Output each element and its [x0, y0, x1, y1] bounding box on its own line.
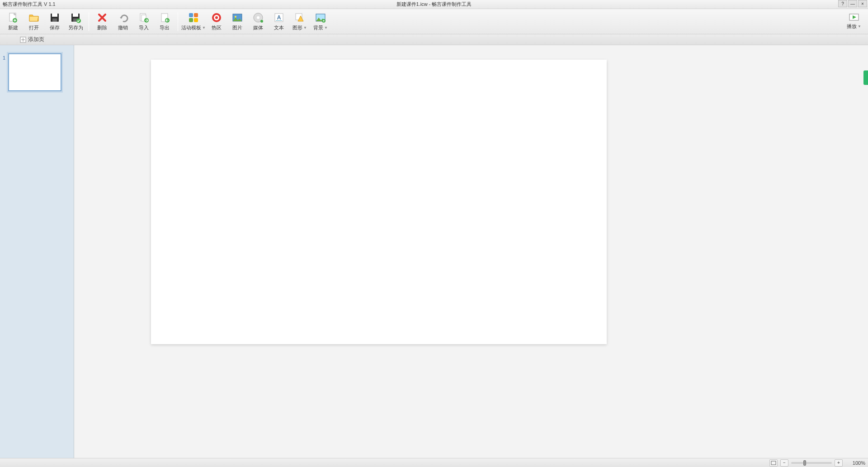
hotspot-button[interactable]: 热区 — [206, 10, 227, 33]
media-icon — [252, 12, 264, 23]
svg-rect-15 — [194, 13, 198, 17]
svg-rect-16 — [189, 18, 193, 22]
export-label: 导出 — [160, 24, 170, 31]
zoom-out-button[interactable]: − — [780, 459, 788, 467]
minimize-button[interactable]: — — [848, 0, 857, 7]
zoom-slider[interactable] — [791, 462, 832, 464]
play-icon — [849, 13, 859, 23]
svg-rect-14 — [189, 13, 193, 17]
undo-icon — [117, 12, 129, 23]
fit-view-button[interactable] — [769, 459, 778, 467]
background-icon — [315, 12, 326, 23]
svg-point-25 — [260, 20, 263, 23]
save-label: 保存 — [50, 24, 60, 31]
statusbar: − + 100% — [0, 458, 868, 467]
shape-label: 图形 — [292, 24, 302, 31]
svg-text:A: A — [277, 14, 281, 21]
zoom-slider-handle[interactable] — [803, 460, 806, 466]
toolbar-separator — [178, 12, 178, 31]
new-label: 新建 — [8, 24, 18, 31]
shape-icon — [294, 12, 306, 23]
open-button[interactable]: 打开 — [24, 10, 44, 33]
slide-panel[interactable]: 1 — [0, 45, 74, 458]
window-controls: ? — × — [838, 0, 867, 7]
text-icon: A — [273, 12, 285, 23]
svg-point-20 — [215, 16, 218, 19]
add-page-button[interactable]: 添加页 — [28, 36, 44, 43]
slide-preview[interactable] — [8, 53, 61, 91]
import-icon — [138, 12, 150, 23]
svg-point-22 — [235, 16, 236, 18]
sub-toolbar: 添加页 — [0, 34, 868, 45]
slide-canvas[interactable] — [151, 60, 607, 344]
save-as-button[interactable]: 另存为 — [65, 10, 86, 33]
open-label: 打开 — [29, 24, 39, 31]
export-button[interactable]: 导出 — [154, 10, 175, 33]
side-handle[interactable] — [863, 70, 868, 85]
hotspot-label: 热区 — [212, 24, 222, 31]
image-button[interactable]: 图片 — [227, 10, 248, 33]
media-label: 媒体 — [253, 24, 263, 31]
svg-rect-17 — [194, 18, 198, 22]
toolbar: 新建 打开 保存 另存为 删除 — [0, 9, 868, 34]
svg-point-24 — [257, 16, 259, 19]
image-icon — [231, 12, 243, 23]
text-button[interactable]: A 文本 — [269, 10, 289, 33]
app-name: 畅言课件制作工具 V 1.1 — [0, 1, 56, 8]
document-title: 新建课件1.icw - 畅言课件制作工具 — [396, 1, 472, 8]
titlebar: 畅言课件制作工具 V 1.1 新建课件1.icw - 畅言课件制作工具 ? — … — [0, 0, 868, 9]
shape-button[interactable]: 图形▼ — [289, 10, 310, 33]
undo-button[interactable]: 撤销 — [113, 10, 133, 33]
save-as-icon — [70, 12, 81, 23]
zoom-in-button[interactable]: + — [835, 459, 843, 467]
background-label: 背景 — [313, 24, 323, 31]
svg-rect-6 — [73, 14, 78, 17]
toolbar-separator — [89, 12, 89, 31]
template-icon — [188, 12, 199, 23]
export-icon — [159, 12, 170, 23]
import-label: 导入 — [139, 24, 149, 31]
background-button[interactable]: 背景▼ — [310, 10, 331, 33]
main-area: 1 — [0, 45, 868, 458]
svg-rect-28 — [276, 20, 282, 21]
folder-icon — [28, 12, 40, 23]
undo-label: 撤销 — [118, 24, 128, 31]
media-button[interactable]: 媒体 — [248, 10, 269, 33]
canvas-area[interactable] — [74, 45, 868, 458]
hotspot-icon — [211, 12, 222, 23]
svg-rect-3 — [52, 14, 57, 17]
help-button[interactable]: ? — [838, 0, 847, 7]
image-label: 图片 — [232, 24, 242, 31]
delete-label: 删除 — [97, 24, 107, 31]
template-label: 活动模板 — [181, 24, 201, 31]
delete-icon — [96, 12, 108, 23]
new-file-icon — [7, 12, 19, 23]
save-icon — [49, 12, 61, 23]
svg-rect-34 — [771, 461, 776, 465]
play-label: 播放 — [847, 23, 857, 30]
delete-button[interactable]: 删除 — [92, 10, 113, 33]
text-label: 文本 — [274, 24, 284, 31]
save-button[interactable]: 保存 — [44, 10, 65, 33]
slide-thumb[interactable]: 1 — [3, 53, 71, 91]
new-button[interactable]: 新建 — [3, 10, 24, 33]
template-button[interactable]: 活动模板▼ — [181, 10, 206, 33]
close-button[interactable]: × — [858, 0, 867, 7]
import-button[interactable]: 导入 — [133, 10, 154, 33]
slide-number: 1 — [3, 53, 8, 61]
zoom-value: 100% — [845, 460, 865, 466]
add-page-icon — [20, 37, 26, 43]
svg-rect-4 — [52, 19, 57, 22]
play-button[interactable]: 播放▼ — [844, 10, 864, 33]
save-as-label: 另存为 — [68, 24, 83, 31]
